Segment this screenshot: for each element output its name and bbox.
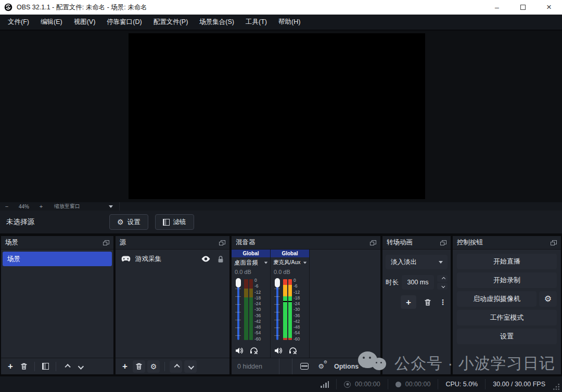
chevron-up-icon xyxy=(442,277,445,281)
lock-icon[interactable] xyxy=(217,255,224,263)
source-properties-button[interactable]: ⚙ 设置 xyxy=(109,214,148,230)
add-transition-button[interactable]: + xyxy=(401,295,416,309)
menu-docks[interactable]: 停靠窗口(D) xyxy=(101,15,147,30)
source-filters-button[interactable]: 滤镜 xyxy=(155,214,194,230)
dock-float-icon[interactable] xyxy=(103,240,109,245)
source-item-label: 游戏采集 xyxy=(135,255,161,264)
volume-slider[interactable] xyxy=(234,278,242,342)
global-badge: Global xyxy=(271,250,309,257)
menu-view[interactable]: 视图(V) xyxy=(68,15,101,30)
minimize-button[interactable]: – xyxy=(484,0,510,15)
transition-menu-button[interactable]: ⋮ xyxy=(439,298,446,306)
game-capture-icon xyxy=(121,255,131,263)
speaker-icon[interactable] xyxy=(235,347,244,354)
toolbar-separator xyxy=(56,362,56,371)
advanced-audio-button[interactable]: ⚙ xyxy=(315,361,327,372)
dock-float-icon[interactable] xyxy=(440,240,446,245)
move-source-down-button[interactable] xyxy=(184,360,197,373)
remove-source-button[interactable] xyxy=(133,360,145,373)
maximize-button[interactable] xyxy=(510,0,536,15)
footer-separator xyxy=(279,358,292,374)
controls-dock-header[interactable]: 控制按钮 xyxy=(453,236,561,250)
studio-mode-button[interactable]: 工作室模式 xyxy=(457,310,557,325)
duration-increase-button[interactable] xyxy=(437,275,448,282)
close-button[interactable]: × xyxy=(536,0,562,15)
dock-float-icon[interactable] xyxy=(219,240,225,245)
volume-slider[interactable] xyxy=(273,278,282,342)
sources-dock-title: 源 xyxy=(120,238,126,247)
zoom-fit-mode[interactable]: 缩放至窗口 xyxy=(48,203,102,210)
mixer-dock-header[interactable]: 混音器 xyxy=(232,236,380,250)
remove-transition-button[interactable] xyxy=(422,296,433,308)
dock-float-icon[interactable] xyxy=(370,240,376,245)
stream-timer: 00:00:00 xyxy=(336,379,388,389)
menu-file[interactable]: 文件(F) xyxy=(2,15,35,30)
move-scene-down-button[interactable] xyxy=(74,361,86,372)
menu-tools[interactable]: 工具(T) xyxy=(240,15,273,30)
gear-icon: ⚙ xyxy=(150,363,157,370)
menu-edit[interactable]: 编辑(E) xyxy=(35,15,68,30)
visibility-eye-icon[interactable] xyxy=(201,255,211,263)
transitions-dock-header[interactable]: 转场动画 xyxy=(382,236,451,250)
move-scene-up-button[interactable] xyxy=(61,361,72,372)
speaker-icon[interactable] xyxy=(274,347,283,354)
channel-name-row[interactable]: 麦克风/Aux xyxy=(271,257,309,268)
window-title: OBS 32.1.1 - 配置文件: 未命名 - 场景: 未命名 xyxy=(17,3,147,12)
slider-handle[interactable] xyxy=(275,278,280,288)
options-label: Options xyxy=(334,363,359,370)
scenes-toolbar: + xyxy=(1,358,113,374)
slider-ticks xyxy=(235,289,241,338)
filter-icon xyxy=(42,363,49,370)
duration-decrease-button[interactable] xyxy=(437,283,448,290)
duration-input[interactable]: 300 ms xyxy=(402,275,434,290)
chevron-up-icon xyxy=(174,364,180,370)
zoom-in-button[interactable]: + xyxy=(34,203,48,210)
mixer-layout-toggle-button[interactable] xyxy=(299,361,310,372)
slider-ticks xyxy=(274,289,280,338)
obs-logo-icon xyxy=(4,3,12,11)
remove-scene-button[interactable] xyxy=(18,361,30,372)
zoom-out-button[interactable]: − xyxy=(0,203,14,210)
mixer-options-button[interactable]: Options xyxy=(334,363,365,370)
scenes-dock: 场景 场景 + xyxy=(1,236,113,374)
add-source-button[interactable]: + xyxy=(119,361,131,372)
source-properties-button[interactable]: ⚙ xyxy=(147,360,160,373)
no-source-label: 未选择源 xyxy=(0,217,109,227)
start-streaming-button[interactable]: 开始直播 xyxy=(457,254,557,269)
scene-list-item[interactable]: 场景 xyxy=(3,252,112,266)
settings-button[interactable]: 设置 xyxy=(457,329,557,344)
dock-float-icon[interactable] xyxy=(551,240,557,245)
mixer-dock-title: 混音器 xyxy=(236,238,256,247)
signal-bars-icon xyxy=(321,381,329,388)
meter-bar-right xyxy=(249,279,253,340)
monitor-off-headphones-icon[interactable] xyxy=(289,347,297,354)
duration-label: 时长 xyxy=(386,278,399,287)
zoom-fit-dropdown[interactable] xyxy=(102,202,120,211)
resize-grip[interactable] xyxy=(553,383,560,390)
sources-dock-header[interactable]: 源 xyxy=(116,236,229,250)
virtual-camera-config-button[interactable]: ⚙ xyxy=(539,291,557,307)
start-virtual-camera-button[interactable]: 启动虚拟摄像机 xyxy=(457,291,537,307)
menu-profile[interactable]: 配置文件(P) xyxy=(148,15,194,30)
zoom-level: 44% xyxy=(14,204,34,210)
scenes-dock-header[interactable]: 场景 xyxy=(1,236,113,250)
channel-name-row[interactable]: 桌面音频 xyxy=(232,257,270,268)
broadcast-icon xyxy=(344,381,351,388)
channel-name: 麦克风/Aux xyxy=(273,259,301,266)
slider-handle[interactable] xyxy=(236,278,241,288)
add-scene-button[interactable]: + xyxy=(5,361,16,372)
scene-filters-button[interactable] xyxy=(40,361,51,372)
volume-meter xyxy=(282,278,293,342)
channel-volume-db: 0.0 dB xyxy=(232,268,270,277)
menu-help[interactable]: 帮助(H) xyxy=(273,15,306,30)
transition-select[interactable]: 淡入淡出 xyxy=(386,255,448,269)
start-recording-button[interactable]: 开始录制 xyxy=(457,272,557,288)
preview-canvas[interactable] xyxy=(129,33,425,199)
move-source-up-button[interactable] xyxy=(170,360,182,373)
chevron-down-icon xyxy=(361,365,365,368)
monitor-off-headphones-icon[interactable] xyxy=(250,347,258,354)
menu-scene-collection[interactable]: 场景集合(S) xyxy=(194,15,240,30)
toolbar-separator xyxy=(34,362,35,371)
source-list-item[interactable]: 游戏采集 xyxy=(116,252,229,266)
controls-dock-title: 控制按钮 xyxy=(457,238,483,247)
